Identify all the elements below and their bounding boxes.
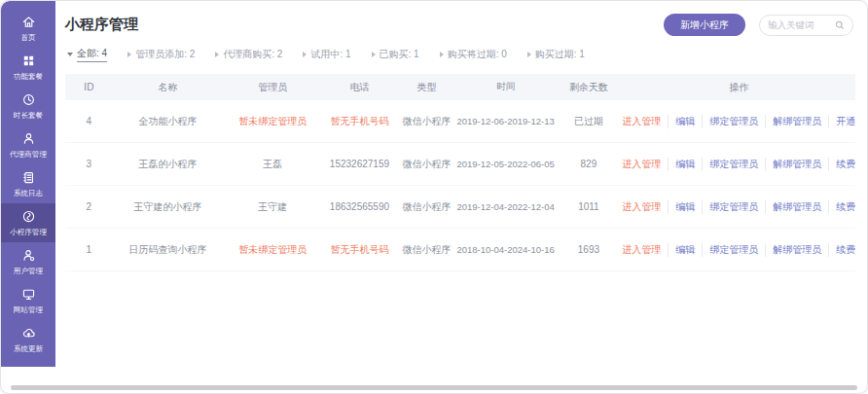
sidebar-item-label: 首页 (20, 32, 35, 42)
horizontal-scrollbar[interactable] (11, 385, 857, 390)
action-edit[interactable]: 编辑 (668, 158, 702, 171)
filter-agent-purchased[interactable]: 代理商购买: 2 (215, 48, 282, 62)
sidebar: 首页 功能套餐 时长套餐 代理商管理 系统日志 (1, 1, 55, 367)
row-time: 2019-12-06-2019-12-13 (456, 116, 556, 126)
caret-right-icon (303, 52, 307, 57)
row-id: 4 (65, 116, 113, 126)
add-miniprogram-button[interactable]: 新增小程序 (664, 14, 745, 36)
sidebar-item-miniprograms[interactable]: 小程序管理 (1, 203, 55, 242)
search-input[interactable] (768, 19, 835, 30)
action-enter-manage[interactable]: 进入管理 (622, 243, 668, 257)
sidebar-item-system-logs[interactable]: 系统日志 (1, 164, 55, 203)
row-type: 微信小程序 (397, 243, 456, 257)
action-edit[interactable]: 编辑 (668, 243, 702, 257)
column-header-days: 剩余天数 (555, 81, 622, 94)
filter-trial[interactable]: 试用中: 1 (303, 48, 350, 62)
column-header-admin: 管理员 (223, 81, 322, 94)
row-name: 日历码查询小程序 (113, 243, 224, 257)
action-edit[interactable]: 编辑 (668, 115, 702, 128)
filter-admin-added[interactable]: 管理员添加: 2 (127, 48, 195, 62)
table-row: 1 日历码查询小程序 暂未绑定管理员 暂无手机号码 微信小程序 2018-10-… (65, 229, 855, 271)
sidebar-item-home[interactable]: 首页 (1, 9, 55, 48)
sidebar-item-system-update[interactable]: 系统更新 (1, 320, 55, 359)
row-phone: 15232627159 (322, 159, 397, 169)
row-type: 微信小程序 (397, 158, 456, 171)
action-activate[interactable]: 开通 (828, 115, 855, 128)
action-unbind-admin[interactable]: 解绑管理员 (765, 158, 828, 171)
row-days: 829 (555, 159, 622, 169)
row-time: 2019-12-05-2022-06-05 (456, 159, 556, 169)
caret-right-icon (527, 52, 531, 57)
row-type: 微信小程序 (397, 115, 456, 128)
action-enter-manage[interactable]: 进入管理 (622, 115, 668, 128)
row-admin: 暂未绑定管理员 (223, 115, 322, 128)
action-renew[interactable]: 续费 (828, 243, 855, 257)
row-type: 微信小程序 (397, 200, 456, 214)
filter-expiring[interactable]: 购买将过期: 0 (440, 48, 507, 62)
column-header-time: 时间 (456, 81, 556, 93)
top-actions: 新增小程序 (664, 14, 853, 36)
monitor-icon (20, 287, 36, 303)
row-days: 已过期 (555, 115, 622, 128)
sidebar-item-users[interactable]: 用户管理 (1, 242, 55, 281)
sidebar-item-label: 代理商管理 (10, 149, 47, 159)
action-bind-admin[interactable]: 绑定管理员 (702, 243, 765, 257)
action-unbind-admin[interactable]: 解绑管理员 (765, 200, 828, 214)
table-row: 4 全功能小程序 暂未绑定管理员 暂无手机号码 微信小程序 2019-12-06… (65, 100, 855, 143)
row-days: 1693 (555, 244, 622, 255)
sidebar-item-label: 小程序管理 (10, 227, 47, 236)
search-box (759, 15, 853, 36)
row-time: 2019-12-04-2022-12-04 (456, 201, 556, 212)
caret-right-icon (127, 52, 131, 57)
sidebar-item-website[interactable]: 网站管理 (1, 281, 55, 320)
action-enter-manage[interactable]: 进入管理 (622, 158, 668, 171)
main-content: 小程序管理 新增小程序 全部: 4 管理员添加: 2 (55, 1, 867, 393)
sidebar-item-label: 功能套餐 (14, 71, 43, 81)
miniprogram-table: ID 名称 管理员 电话 类型 时间 剩余天数 操作 4 全功能小程序 暂未绑定… (65, 74, 855, 271)
action-enter-manage[interactable]: 进入管理 (622, 200, 668, 214)
row-name: 王磊的小程序 (113, 158, 224, 171)
filter-all[interactable]: 全部: 4 (67, 47, 107, 62)
row-phone: 暂无手机号码 (322, 115, 397, 128)
action-bind-admin[interactable]: 绑定管理员 (702, 158, 765, 171)
row-actions: 进入管理 编辑 绑定管理员 解绑管理员 开通 (622, 115, 855, 128)
sidebar-item-agents[interactable]: 代理商管理 (1, 125, 55, 164)
cloud-update-icon (20, 326, 36, 341)
agent-icon (20, 131, 36, 147)
action-renew[interactable]: 续费 (828, 200, 855, 214)
row-admin: 暂未绑定管理员 (223, 243, 322, 257)
table-row: 2 王守建的小程序 王守建 18632565590 微信小程序 2019-12-… (65, 186, 855, 229)
search-icon[interactable] (835, 17, 845, 34)
row-id: 1 (65, 244, 113, 255)
filter-tabs: 全部: 4 管理员添加: 2 代理商购买: 2 试用中: 1 已购买: 1 购买… (67, 47, 857, 62)
filter-expired[interactable]: 购买过期: 1 (527, 48, 585, 62)
row-time: 2018-10-04-2024-10-16 (456, 244, 556, 255)
sidebar-item-label: 用户管理 (14, 266, 43, 275)
caret-down-icon (67, 53, 73, 56)
sidebar-item-feature-packages[interactable]: 功能套餐 (1, 48, 55, 87)
home-icon (20, 15, 36, 30)
row-phone: 暂无手机号码 (322, 243, 397, 257)
user-icon (20, 248, 36, 264)
action-unbind-admin[interactable]: 解绑管理员 (765, 243, 828, 257)
sidebar-item-duration-packages[interactable]: 时长套餐 (1, 87, 55, 125)
action-unbind-admin[interactable]: 解绑管理员 (765, 115, 828, 128)
action-edit[interactable]: 编辑 (668, 200, 702, 214)
column-header-phone: 电话 (322, 81, 397, 94)
row-actions: 进入管理 编辑 绑定管理员 解绑管理员 续费 (622, 243, 855, 257)
action-bind-admin[interactable]: 绑定管理员 (702, 115, 765, 128)
filter-purchased[interactable]: 已购买: 1 (372, 48, 419, 62)
table-header: ID 名称 管理员 电话 类型 时间 剩余天数 操作 (65, 74, 855, 100)
sidebar-item-label: 时长套餐 (14, 110, 43, 120)
table-row: 3 王磊的小程序 王磊 15232627159 微信小程序 2019-12-05… (65, 143, 855, 186)
caret-right-icon (215, 52, 219, 57)
action-renew[interactable]: 续费 (828, 158, 855, 171)
column-header-name: 名称 (113, 81, 224, 94)
miniprogram-icon (20, 209, 36, 225)
column-header-type: 类型 (397, 81, 456, 94)
sidebar-item-label: 网站管理 (14, 304, 43, 314)
app-window: 首页 功能套餐 时长套餐 代理商管理 系统日志 (0, 0, 868, 394)
clock-icon (20, 92, 36, 108)
action-bind-admin[interactable]: 绑定管理员 (702, 200, 765, 214)
row-name: 全功能小程序 (113, 115, 224, 128)
